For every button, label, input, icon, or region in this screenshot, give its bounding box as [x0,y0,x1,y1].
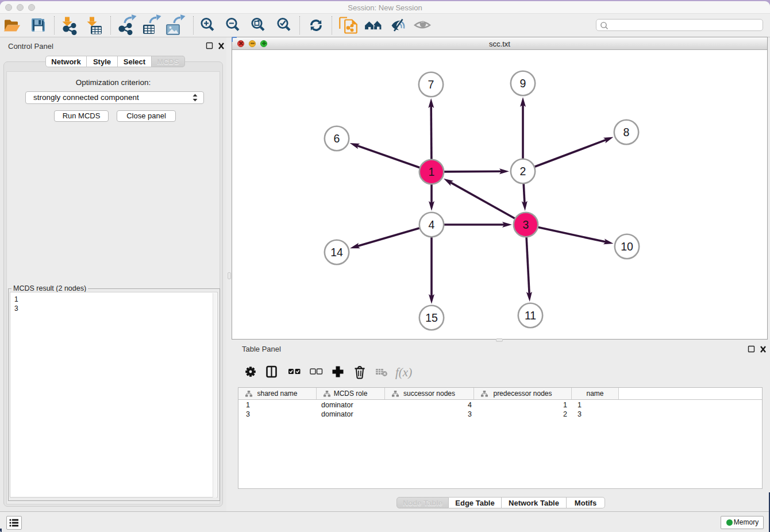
svg-text:f(x): f(x) [395,365,412,379]
svg-text:14: 14 [330,246,343,259]
svg-text:11: 11 [525,309,536,322]
svg-text:9: 9 [520,77,526,90]
svg-text:4: 4 [429,218,435,231]
svg-text:15: 15 [425,311,438,324]
svg-text:7: 7 [428,78,434,91]
svg-text:8: 8 [623,126,630,138]
svg-text:6: 6 [334,132,340,145]
svg-text:10: 10 [621,240,633,253]
svg-text:3: 3 [523,218,529,231]
svg-text:2: 2 [520,165,526,178]
svg-text:1: 1 [429,165,435,178]
